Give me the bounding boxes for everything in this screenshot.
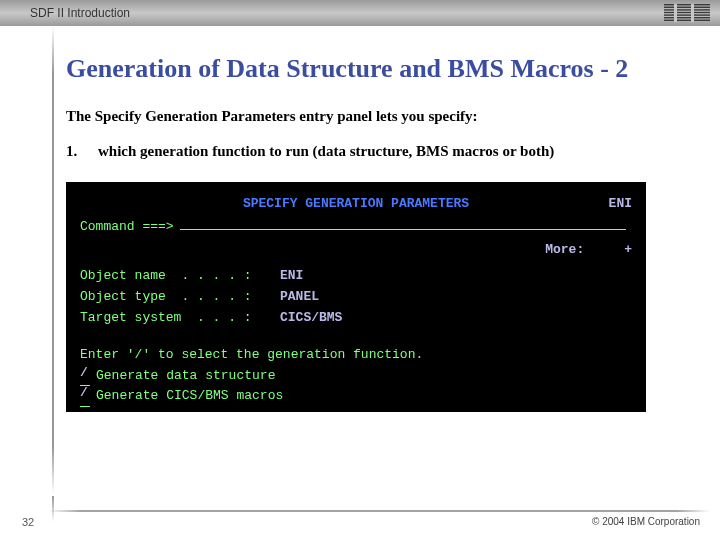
terminal-option-mark[interactable]: / xyxy=(80,386,90,407)
terminal-command-input[interactable] xyxy=(180,220,626,230)
slide-title: Generation of Data Structure and BMS Mac… xyxy=(66,54,674,84)
list-item-text: which generation function to run (data s… xyxy=(98,143,674,160)
svg-rect-0 xyxy=(664,4,710,5)
terminal-field-value: ENI xyxy=(280,266,303,287)
terminal-field-value: CICS/BMS xyxy=(280,308,342,329)
ibm-logo xyxy=(664,4,710,22)
slide-intro: The Specify Generation Parameters entry … xyxy=(66,108,674,125)
footer: 32 © 2004 IBM Corporation xyxy=(0,500,720,540)
terminal-field-label: Object name . . . . : xyxy=(80,266,280,287)
terminal-more-indicator: + xyxy=(624,240,632,261)
terminal-option-label: Generate data structure xyxy=(96,366,275,387)
terminal-field-row: Object type . . . . : PANEL xyxy=(80,287,632,308)
terminal-field-label: Target system . . . : xyxy=(80,308,280,329)
footer-divider xyxy=(48,510,710,512)
terminal-field-label: Object type . . . . : xyxy=(80,287,280,308)
terminal-option-row: / Generate CICS/BMS macros xyxy=(80,386,632,407)
svg-rect-4 xyxy=(664,14,710,15)
slide-content: Generation of Data Structure and BMS Mac… xyxy=(0,26,720,412)
terminal-title: SPECIFY GENERATION PARAMETERS xyxy=(66,194,646,215)
footer-v-divider xyxy=(52,496,54,522)
terminal-panel: SPECIFY GENERATION PARAMETERS ENI Comman… xyxy=(66,182,646,412)
terminal-option-label: Generate CICS/BMS macros xyxy=(96,386,283,407)
list-item-number: 1. xyxy=(66,143,98,160)
terminal-prompt: Enter '/' to select the generation funct… xyxy=(80,345,632,366)
terminal-option-mark[interactable]: / xyxy=(80,366,90,387)
topbar-title: SDF II Introduction xyxy=(30,6,130,20)
terminal-command-row: Command ===> xyxy=(80,217,632,238)
terminal-field-row: Object name . . . . : ENI xyxy=(80,266,632,287)
svg-rect-2 xyxy=(664,9,710,10)
page-number: 32 xyxy=(22,516,34,528)
svg-rect-8 xyxy=(691,4,694,22)
topbar: SDF II Introduction xyxy=(0,0,720,26)
terminal-header: SPECIFY GENERATION PARAMETERS ENI xyxy=(80,194,632,215)
svg-rect-5 xyxy=(664,17,710,18)
terminal-field-value: PANEL xyxy=(280,287,319,308)
terminal-field-row: Target system . . . : CICS/BMS xyxy=(80,308,632,329)
terminal-more-row: More: + xyxy=(80,240,632,261)
terminal-command-label: Command ===> xyxy=(80,217,174,238)
terminal-more-label: More: xyxy=(545,240,584,261)
svg-rect-6 xyxy=(664,20,710,21)
list-item: 1. which generation function to run (dat… xyxy=(66,143,674,160)
terminal-fields: Object name . . . . : ENI Object type . … xyxy=(80,266,632,328)
svg-rect-3 xyxy=(664,12,710,13)
copyright: © 2004 IBM Corporation xyxy=(592,516,700,527)
svg-rect-1 xyxy=(664,7,710,8)
vertical-divider xyxy=(52,26,54,494)
svg-rect-7 xyxy=(674,4,677,22)
terminal-option-row: / Generate data structure xyxy=(80,366,632,387)
